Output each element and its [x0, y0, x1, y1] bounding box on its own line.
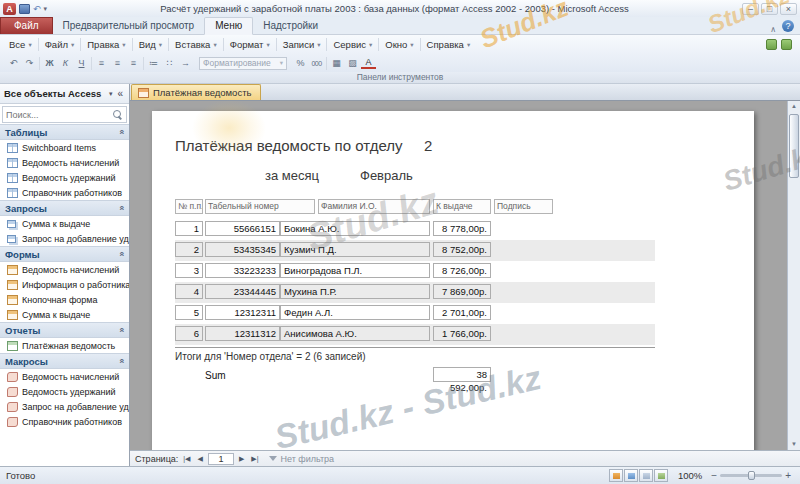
borders-icon[interactable]: ▦ [329, 56, 344, 70]
save-icon[interactable] [19, 4, 30, 14]
next-page-icon[interactable]: ▶ [237, 455, 246, 463]
align-right-icon[interactable]: ≡ [126, 56, 141, 70]
page-number-input[interactable]: 1 [208, 453, 234, 465]
menu-tools[interactable]: Сервис▾ [328, 37, 377, 52]
undo-icon[interactable]: ↶ [6, 56, 21, 70]
nav-item-form-vedomost[interactable]: Ведомость начислений [0, 262, 129, 277]
zoom-percent[interactable]: 100% [678, 470, 702, 481]
print-preview-view-icon[interactable] [624, 469, 638, 482]
chevron-up-icon: « [116, 251, 126, 256]
nav-item-table-spravochnik[interactable]: Справочник работников [0, 185, 129, 200]
menu-label: Окно [385, 39, 407, 50]
scroll-up-icon[interactable]: ▲ [791, 101, 797, 112]
design-view-icon[interactable] [654, 469, 668, 482]
status-ready: Готово [6, 470, 35, 481]
zoom-slider[interactable] [720, 474, 782, 477]
nav-item-query-append[interactable]: Запрос на добавление удер... [0, 231, 129, 246]
scrollbar-track[interactable] [788, 112, 800, 439]
zoom-in-icon[interactable]: + [782, 470, 794, 481]
access-app-icon[interactable]: A [3, 3, 16, 15]
nav-group-queries[interactable]: Запросы « [0, 200, 129, 216]
nav-group-macros[interactable]: Макросы « [0, 353, 129, 369]
menu-edit[interactable]: Правка▾ [82, 37, 130, 52]
nav-group-forms[interactable]: Формы « [0, 246, 129, 262]
nav-item-table-vedomost-nachisleniy[interactable]: Ведомость начислений [0, 155, 129, 170]
addin-icon[interactable] [781, 39, 792, 50]
filter-status[interactable]: Нет фильтра [280, 454, 334, 464]
align-left-icon[interactable]: ≡ [94, 56, 109, 70]
addin-icon[interactable] [766, 39, 777, 50]
menu-format[interactable]: Формат▾ [225, 37, 275, 52]
nav-item-macro-spravochnik[interactable]: Справочник работников [0, 414, 129, 429]
bold-icon[interactable]: Ж [42, 56, 57, 70]
help-icon[interactable]: ? [782, 20, 794, 32]
menu-records[interactable]: Записи▾ [278, 37, 326, 52]
separator [143, 57, 144, 70]
zoom-slider-thumb[interactable] [748, 471, 755, 480]
scrollbar-thumb[interactable] [789, 114, 799, 178]
search-icon[interactable] [113, 110, 123, 120]
scroll-down-icon[interactable]: ▼ [791, 439, 797, 450]
nav-group-tables[interactable]: Таблицы « [0, 124, 129, 140]
menu-all[interactable]: Все▾ [4, 37, 37, 52]
nav-item-label: Ведомость начислений [22, 265, 119, 275]
nav-item-report-platezhnaya[interactable]: Платёжная ведомость [0, 338, 129, 353]
indent-icon[interactable]: → [178, 56, 193, 70]
vertical-scrollbar[interactable]: ▲ ▼ [787, 101, 800, 450]
last-page-icon[interactable]: ▶| [249, 455, 260, 463]
nav-item-label: Запрос на добавление удер... [22, 402, 129, 412]
fill-color-icon[interactable]: ▨ [345, 56, 360, 70]
nav-item-macro-append[interactable]: Запрос на добавление удер... [0, 399, 129, 414]
tab-addins[interactable]: Надстройки [253, 18, 328, 34]
separator [168, 38, 169, 51]
font-color-icon[interactable]: А [361, 57, 376, 69]
search-input[interactable] [6, 110, 113, 120]
redo-icon[interactable]: ↷ [22, 56, 37, 70]
underline-icon[interactable]: Ч [74, 56, 89, 70]
macro-icon [7, 387, 18, 397]
close-button[interactable]: × [780, 3, 797, 15]
numbered-list-icon[interactable]: ≔ [146, 56, 161, 70]
nav-group-reports[interactable]: Отчеты « [0, 322, 129, 338]
menu-help[interactable]: Справка▾ [422, 37, 476, 52]
percent-style-icon[interactable]: % [293, 56, 308, 70]
maximize-button[interactable]: □ [761, 3, 778, 15]
document-tab-platezhnaya-vedomost[interactable]: Платёжная ведомость [131, 84, 261, 100]
zoom-out-icon[interactable]: − [708, 470, 720, 481]
formatting-combobox[interactable]: Форматирование ▾ [199, 57, 287, 70]
nav-item-macro-uderzhaniy[interactable]: Ведомость удержаний [0, 384, 129, 399]
menu-window[interactable]: Окно▾ [380, 37, 418, 52]
italic-icon[interactable]: К [58, 56, 73, 70]
nav-item-form-info[interactable]: Информация о работниках [0, 277, 129, 292]
print-preview-canvas[interactable]: Платёжная ведомость по отделу 2 за месяц… [130, 101, 800, 450]
nav-item-macro-nachisleniy[interactable]: Ведомость начислений [0, 369, 129, 384]
file-tab[interactable]: Файл [0, 17, 53, 34]
menu-insert[interactable]: Вставка▾ [170, 37, 222, 52]
tab-print-preview[interactable]: Предварительный просмотр [53, 18, 205, 34]
chevron-down-icon[interactable]: ▾ [109, 90, 113, 98]
nav-item-query-summa[interactable]: Сумма к выдаче [0, 216, 129, 231]
comma-style-icon[interactable]: 000 [309, 56, 324, 70]
nav-item-form-knopochnaya[interactable]: Кнопочная форма [0, 292, 129, 307]
undo-icon[interactable]: ↶ [33, 4, 41, 14]
first-page-icon[interactable]: |◀ [181, 455, 192, 463]
minimize-ribbon-icon[interactable]: ∧ [764, 25, 782, 34]
align-center-icon[interactable]: ≡ [110, 56, 125, 70]
minimize-button[interactable]: – [742, 3, 759, 15]
nav-item-form-summa[interactable]: Сумма к выдаче [0, 307, 129, 322]
report-view-icon[interactable] [609, 469, 623, 482]
sum-value: 38 592,00р. [433, 367, 491, 382]
bulleted-list-icon[interactable]: ∷ [162, 56, 177, 70]
collapse-pane-icon[interactable]: « [115, 88, 125, 99]
nav-item-switchboard-items[interactable]: Switchboard Items [0, 140, 129, 155]
nav-item-table-vedomost-uderzhaniy[interactable]: Ведомость удержаний [0, 170, 129, 185]
layout-view-icon[interactable] [639, 469, 653, 482]
previous-page-icon[interactable]: ◀ [196, 455, 205, 463]
menu-file[interactable]: Файл▾ [40, 37, 80, 52]
navigation-pane-header[interactable]: Все объекты Access ▾ « [0, 84, 129, 104]
tab-menu[interactable]: Меню [204, 17, 253, 35]
nav-search-box[interactable] [2, 106, 127, 123]
filter-icon[interactable] [269, 456, 277, 461]
menu-view[interactable]: Вид▾ [134, 37, 167, 52]
nav-item-label: Справочник работников [22, 417, 122, 427]
